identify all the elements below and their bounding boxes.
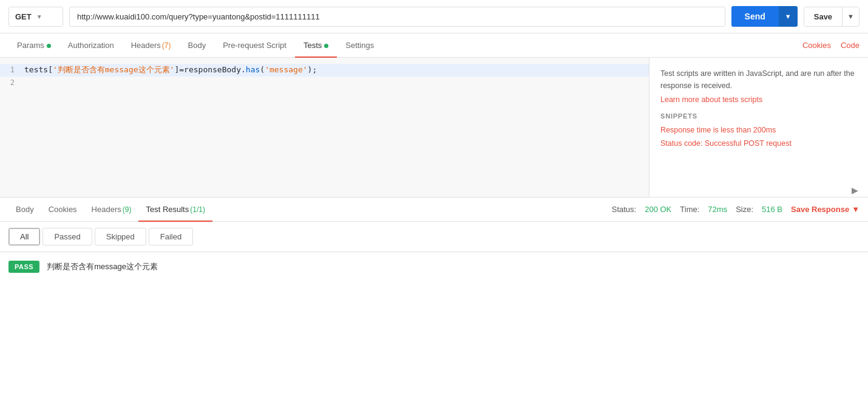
- status-label: Status:: [612, 205, 636, 214]
- headers-badge: (7): [162, 41, 171, 50]
- test-results-badge: (1/1): [190, 205, 205, 214]
- tab-params[interactable]: Params: [8, 33, 59, 57]
- response-tabs-bar: Body Cookies Headers(9) Test Results(1/1…: [0, 197, 868, 222]
- filter-failed[interactable]: Failed: [149, 228, 193, 245]
- pass-label: 判断是否含有message这个元素: [47, 261, 158, 272]
- code-line-2: 2: [0, 77, 649, 89]
- editor-panel[interactable]: 1 tests['判断是否含有message这个元素']=responseBod…: [0, 58, 649, 197]
- filter-tabs: All Passed Skipped Failed: [0, 222, 868, 252]
- size-value: 516 B: [762, 205, 782, 214]
- time-value: 72ms: [708, 205, 727, 214]
- cookies-link[interactable]: Cookies: [802, 33, 831, 57]
- line-num-2: 2: [0, 77, 24, 89]
- code-editor[interactable]: 1 tests['判断是否含有message这个元素']=responseBod…: [0, 58, 649, 179]
- request-tabs-bar: Params Authorization Headers(7) Body Pre…: [0, 33, 868, 58]
- expand-icon[interactable]: ▶: [852, 185, 858, 195]
- filter-passed[interactable]: Passed: [42, 228, 92, 245]
- code-link[interactable]: Code: [841, 33, 860, 57]
- sidebar-description: Test scripts are written in JavaScript, …: [660, 67, 857, 92]
- save-response-chevron-icon: ▼: [852, 205, 860, 214]
- tab-authorization[interactable]: Authorization: [59, 33, 123, 57]
- line-content-1: tests['判断是否含有message这个元素']=responseBody.…: [24, 64, 649, 77]
- save-button[interactable]: Save: [804, 7, 842, 26]
- tab-headers[interactable]: Headers(7): [123, 33, 180, 57]
- snippet-1[interactable]: Response time is less than 200ms: [660, 126, 857, 134]
- response-meta: Status: 200 OK Time: 72ms Size: 516 B Sa…: [612, 205, 860, 214]
- tests-dot: [324, 44, 328, 48]
- save-response-button[interactable]: Save Response ▼: [791, 205, 860, 214]
- method-dropdown[interactable]: GET ▼: [8, 7, 63, 27]
- sidebar-panel: ▶ Test scripts are written in JavaScript…: [649, 58, 868, 197]
- top-bar: GET ▼ Send ▼ Save ▼: [0, 0, 868, 33]
- tab-tests[interactable]: Tests: [295, 33, 337, 57]
- learn-more-link[interactable]: Learn more about tests scripts: [660, 95, 857, 104]
- response-headers-badge: (9): [123, 205, 132, 214]
- test-results-area: PASS 判断是否含有message这个元素: [0, 252, 868, 281]
- tabs-right-links: Cookies Code: [802, 33, 860, 57]
- time-label: Time:: [680, 205, 699, 214]
- pass-badge: PASS: [8, 261, 39, 273]
- tab-prerequest[interactable]: Pre-request Script: [214, 33, 295, 57]
- url-input[interactable]: [69, 7, 725, 27]
- send-dropdown-button[interactable]: ▼: [779, 6, 798, 27]
- line-content-2: [24, 77, 649, 89]
- tab-settings[interactable]: Settings: [337, 33, 382, 57]
- response-tab-cookies[interactable]: Cookies: [41, 197, 84, 221]
- save-button-group: Save ▼: [804, 7, 860, 27]
- send-button-group: Send ▼: [731, 6, 798, 27]
- save-dropdown-button[interactable]: ▼: [842, 7, 859, 26]
- response-tab-headers[interactable]: Headers(9): [84, 197, 139, 221]
- size-label: Size:: [736, 205, 753, 214]
- tab-body[interactable]: Body: [180, 33, 215, 57]
- params-dot: [47, 44, 51, 48]
- code-line-1: 1 tests['判断是否含有message这个元素']=responseBod…: [0, 64, 649, 77]
- response-tab-test-results[interactable]: Test Results(1/1): [138, 197, 212, 221]
- response-tab-body[interactable]: Body: [8, 197, 41, 221]
- filter-all[interactable]: All: [8, 228, 40, 245]
- status-value: 200 OK: [645, 205, 671, 214]
- filter-skipped[interactable]: Skipped: [95, 228, 146, 245]
- send-button[interactable]: Send: [731, 6, 779, 27]
- snippet-2[interactable]: Status code: Successful POST request: [660, 139, 857, 148]
- snippets-title: SNIPPETS: [660, 112, 857, 120]
- method-chevron-icon: ▼: [36, 13, 42, 20]
- main-content: 1 tests['判断是否含有message这个元素']=responseBod…: [0, 58, 868, 197]
- test-result-row: PASS 判断是否含有message这个元素: [8, 261, 860, 273]
- method-value: GET: [15, 12, 32, 21]
- line-num-1: 1: [0, 64, 24, 76]
